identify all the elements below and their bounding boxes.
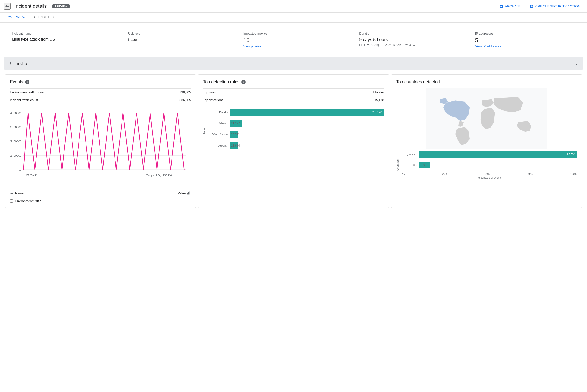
create-security-action-label: CREATE SECURITY ACTION [535, 4, 580, 8]
world-map [396, 88, 577, 149]
top-detection-rules-panel: Top detection rules ? Top rules Flooder … [198, 74, 389, 208]
svg-text:UTC-7: UTC-7 [24, 174, 37, 177]
tabs: OVERVIEW ATTRIBUTES [0, 12, 587, 23]
top-countries-panel: Top countries detected [391, 74, 582, 208]
stat-row-env: Environment traffic count 336,305 [10, 88, 191, 96]
duration-label: Duration [359, 32, 459, 35]
country-bar-not-set: (not set) 93.7% [401, 151, 577, 158]
rules-col2-header: Flooder [374, 90, 384, 94]
top-bar: Incident details PREVIEW ARCHIVE CREATE … [0, 0, 587, 12]
countries-x-axis-note: Percentage of events [401, 176, 577, 179]
events-table-header: Name Value [10, 189, 191, 195]
duration-sub: First event: Sep 11, 2024, 5:42:51 PM UT… [359, 43, 459, 46]
incident-info-card: Incident name Multi type attack from US … [4, 26, 583, 53]
risk-info-icon: ℹ [128, 37, 129, 42]
svg-text:1,000: 1,000 [10, 154, 21, 157]
detection-rules-header: Top detection rules ? [203, 80, 384, 84]
svg-text:2,000: 2,000 [10, 140, 21, 143]
svg-rect-13 [188, 192, 189, 194]
countries-title: Top countries detected [396, 80, 440, 84]
duration-value: 9 days 5 hours [359, 37, 459, 42]
detection-rules-title: Top detection rules [203, 80, 239, 84]
svg-text:Sep 19, 2024: Sep 19, 2024 [146, 174, 173, 177]
events-header: Events ? [10, 80, 191, 84]
events-stats-table: Environment traffic count 336,305 Incide… [10, 88, 191, 104]
svg-rect-12 [187, 193, 188, 194]
archive-button[interactable]: ARCHIVE [496, 2, 523, 10]
events-help-icon[interactable]: ? [25, 80, 30, 84]
rules-y-axis-label: Rules [203, 128, 206, 134]
rule-bar-oauth: OAuth Abuser 14,211 [209, 131, 384, 138]
rule-bar-flooder: Flooder 315,178 [209, 109, 384, 116]
ip-addresses-value: 5 [475, 37, 575, 44]
detection-rules-chart: Rules Flooder 315,178 Advan... 21,127 [203, 109, 384, 153]
stat-env-label: Environment traffic count [10, 90, 45, 94]
incident-name-value: Multi type attack from US [12, 37, 112, 42]
svg-text:4,000: 4,000 [10, 112, 21, 115]
view-proxies-link[interactable]: View proxies [243, 44, 344, 48]
duration-section: Duration 9 days 5 hours First event: Sep… [352, 32, 467, 48]
risk-level-value: ℹ Low [128, 37, 227, 42]
insights-sparkle-icon: ✦ [9, 60, 12, 66]
tab-attributes[interactable]: ATTRIBUTES [30, 12, 58, 22]
impacted-proxies-label: Impacted proxies [243, 32, 344, 35]
risk-level-section: Risk level ℹ Low [120, 32, 235, 48]
rules-header-row: Top rules Flooder [203, 88, 384, 96]
table-value-col: Value [178, 191, 191, 195]
charts-row: Events ? Environment traffic count 336,3… [4, 74, 583, 209]
incident-name-section: Incident name Multi type attack from US [4, 32, 120, 48]
table-row-label: Environment traffic [15, 199, 41, 203]
rule-bar-advan2: Advan... 13,924 [209, 142, 384, 149]
svg-text:3,000: 3,000 [10, 126, 21, 129]
detection-rules-help-icon[interactable]: ? [241, 80, 246, 84]
impacted-proxies-value: 16 [243, 37, 344, 44]
events-line-chart: 4,000 3,000 2,000 1,000 0 UTC-7 Sep 19, … [10, 108, 191, 185]
detection-rules-summary-table: Top rules Flooder Top detections 315,178 [203, 88, 384, 104]
countries-x-axis: 0% 25% 50% 75% 100% [401, 172, 577, 175]
stat-incident-value: 336,305 [179, 98, 191, 102]
stat-env-value: 336,305 [179, 90, 191, 94]
ip-addresses-label: IP addresses [475, 32, 575, 35]
view-ip-addresses-link[interactable]: View IP addresses [475, 44, 575, 48]
rules-col1-header: Top rules [203, 90, 216, 94]
table-name-col: Name [10, 191, 24, 195]
events-panel: Events ? Environment traffic count 336,3… [5, 74, 196, 208]
back-button[interactable] [4, 3, 11, 10]
rule-bar-advan1: Advan... 21,127 [209, 120, 384, 127]
countries-y-axis-label: Countries [396, 159, 399, 171]
table-row-partial: Environment traffic [10, 197, 191, 203]
insights-title: ✦ Insights [9, 60, 27, 66]
stat-row-incident: Incident traffic count 336,305 [10, 96, 191, 104]
archive-label: ARCHIVE [505, 4, 520, 8]
svg-text:0: 0 [19, 168, 21, 171]
events-chart-svg: 4,000 3,000 2,000 1,000 0 UTC-7 Sep 19, … [10, 108, 191, 185]
stat-incident-label: Incident traffic count [10, 98, 38, 102]
page-title: Incident details [15, 4, 47, 9]
ip-addresses-section: IP addresses 5 View IP addresses [467, 32, 583, 48]
insights-bar[interactable]: ✦ Insights ⌄ [4, 57, 583, 70]
incident-name-label: Incident name [12, 32, 112, 35]
svg-rect-14 [190, 192, 190, 194]
rules-col1-data: Top detections [203, 98, 223, 102]
risk-level-label: Risk level [128, 32, 227, 35]
countries-bars-container: (not set) 93.7% US 6.3% 0% 25% 50% [401, 151, 577, 179]
world-map-svg [396, 88, 577, 149]
preview-badge: PREVIEW [52, 4, 69, 8]
impacted-proxies-section: Impacted proxies 16 View proxies [236, 32, 352, 48]
events-title: Events [10, 80, 23, 84]
tab-overview[interactable]: OVERVIEW [4, 12, 30, 22]
rules-col2-data: 315,178 [373, 98, 384, 102]
insights-chevron-icon: ⌄ [574, 60, 578, 66]
rules-bars-container: Flooder 315,178 Advan... 21,127 OAuth Ab… [209, 109, 384, 153]
rules-data-row: Top detections 315,178 [203, 96, 384, 104]
country-bar-us: US 6.3% [401, 162, 577, 168]
create-security-action-button[interactable]: CREATE SECURITY ACTION [527, 2, 583, 10]
countries-header: Top countries detected [396, 80, 577, 84]
table-row-checkbox[interactable] [10, 200, 13, 202]
countries-chart: Countries (not set) 93.7% US 6.3% [396, 151, 577, 179]
